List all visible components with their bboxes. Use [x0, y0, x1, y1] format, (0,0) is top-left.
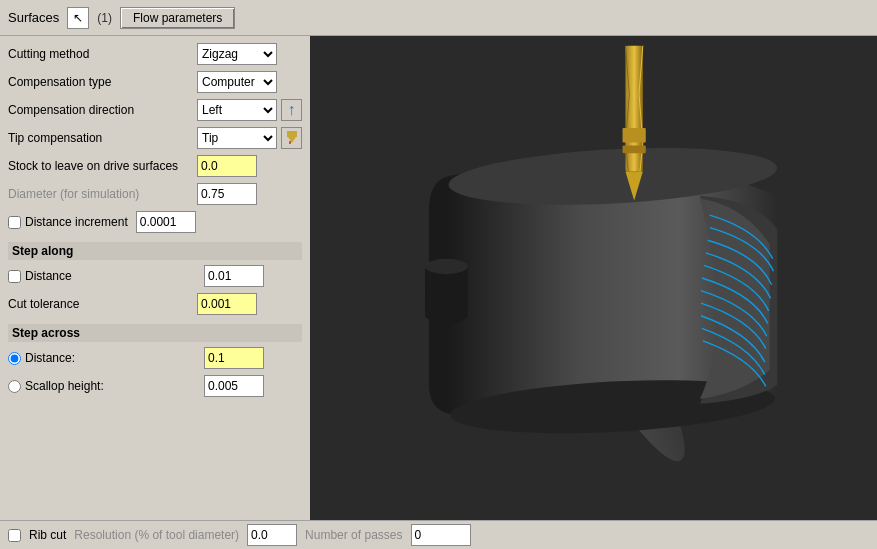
3d-visualization-panel	[310, 36, 877, 520]
scallop-height-label: Scallop height:	[25, 379, 200, 393]
cursor-icon-button[interactable]: ↖	[67, 7, 89, 29]
cut-tolerance-label: Cut tolerance	[8, 297, 193, 311]
step-across-distance-radio[interactable]	[8, 352, 21, 365]
cut-tolerance-row: Cut tolerance	[8, 292, 302, 316]
step-along-distance-label: Distance	[25, 269, 200, 283]
top-bar: Surfaces ↖ (1) Flow parameters	[0, 0, 877, 36]
3d-scene-svg	[310, 36, 877, 520]
resolution-label: Resolution (% of tool diameter)	[74, 528, 239, 542]
cut-tolerance-input[interactable]	[197, 293, 257, 315]
direction-icon-button[interactable]: ↑	[281, 99, 302, 121]
cutting-method-select[interactable]: Zigzag One way Spiral	[197, 43, 277, 65]
cursor-icon: ↖	[73, 11, 83, 25]
step-across-distance-row: Distance:	[8, 346, 302, 370]
step-along-distance-row: Distance	[8, 264, 302, 288]
svg-point-8	[425, 259, 468, 274]
compensation-direction-label: Compensation direction	[8, 103, 193, 117]
main-content: Cutting method Zigzag One way Spiral Com…	[0, 36, 877, 520]
cutting-method-label: Cutting method	[8, 47, 193, 61]
step-across-distance-input[interactable]	[204, 347, 264, 369]
diameter-input[interactable]	[197, 183, 257, 205]
diameter-label: Diameter (for simulation)	[8, 187, 193, 201]
distance-increment-label: Distance increment	[25, 215, 128, 229]
compensation-direction-row: Compensation direction Left Right Center…	[8, 98, 302, 122]
cutting-method-row: Cutting method Zigzag One way Spiral	[8, 42, 302, 66]
svg-marker-1	[288, 137, 296, 143]
scallop-height-input[interactable]	[204, 375, 264, 397]
tip-compensation-row: Tip compensation Tip Center Base	[8, 126, 302, 150]
compensation-type-row: Compensation type Computer Controller We…	[8, 70, 302, 94]
svg-rect-12	[623, 145, 646, 153]
svg-rect-11	[623, 128, 646, 143]
flow-params-button[interactable]: Flow parameters	[120, 7, 235, 29]
compensation-type-select[interactable]: Computer Controller Wear	[197, 71, 277, 93]
step-across-distance-label: Distance:	[25, 351, 200, 365]
surfaces-label: Surfaces	[8, 10, 59, 25]
tip-icon-button[interactable]	[281, 127, 302, 149]
step-along-distance-input[interactable]	[204, 265, 264, 287]
stock-label: Stock to leave on drive surfaces	[8, 159, 193, 173]
tip-compensation-label: Tip compensation	[8, 131, 193, 145]
step-along-header: Step along	[8, 242, 302, 260]
distance-increment-input[interactable]	[136, 211, 196, 233]
stock-row: Stock to leave on drive surfaces	[8, 154, 302, 178]
bottom-bar: Rib cut Resolution (% of tool diameter) …	[0, 520, 877, 549]
scallop-height-row: Scallop height:	[8, 374, 302, 398]
rib-cut-label: Rib cut	[29, 528, 66, 542]
compensation-direction-select[interactable]: Left Right Center	[197, 99, 277, 121]
left-panel: Cutting method Zigzag One way Spiral Com…	[0, 36, 310, 520]
diameter-row: Diameter (for simulation)	[8, 182, 302, 206]
scallop-height-radio[interactable]	[8, 380, 21, 393]
step-across-header: Step across	[8, 324, 302, 342]
stock-input[interactable]	[197, 155, 257, 177]
num-passes-input[interactable]	[411, 524, 471, 546]
svg-rect-0	[287, 131, 297, 137]
distance-increment-row: Distance increment	[8, 210, 302, 234]
compensation-type-label: Compensation type	[8, 75, 193, 89]
resolution-input[interactable]	[247, 524, 297, 546]
selection-count: (1)	[97, 11, 112, 25]
rib-cut-checkbox[interactable]	[8, 529, 21, 542]
num-passes-label: Number of passes	[305, 528, 402, 542]
distance-increment-checkbox[interactable]	[8, 216, 21, 229]
tip-compensation-select[interactable]: Tip Center Base	[197, 127, 277, 149]
step-along-distance-checkbox[interactable]	[8, 270, 21, 283]
